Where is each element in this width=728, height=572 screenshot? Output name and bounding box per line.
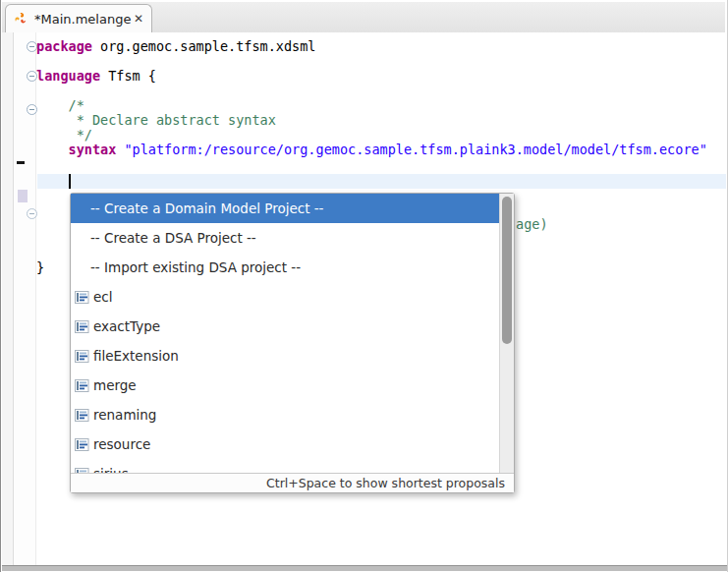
proposal-item[interactable]: exactType [71, 312, 499, 341]
tab-close-icon[interactable]: ✕ [134, 13, 143, 25]
code-line: language Tfsm { [36, 69, 707, 84]
proposal-item[interactable]: -- Create a DSA Project -- [71, 223, 499, 253]
proposal-item[interactable]: -- Create a Domain Model Project -- [71, 194, 499, 223]
proposal-item[interactable]: sirius [71, 459, 499, 473]
code-line [36, 84, 707, 98]
popup-status-bar: Ctrl+Space to show shortest proposals [71, 473, 514, 492]
annotation-ruler [2, 32, 14, 566]
code-line [36, 54, 707, 69]
proposal-label: fileExtension [93, 348, 179, 364]
content-assist-popup: -- Create a Domain Model Project ---- Cr… [70, 193, 515, 493]
keyword-proposal-icon [75, 468, 89, 474]
code-line: /* [36, 98, 707, 113]
keyword-proposal-icon [75, 438, 89, 451]
proposal-label: renaming [93, 407, 156, 423]
proposal-item[interactable]: -- Import existing DSA project -- [71, 253, 499, 282]
code-line [36, 157, 707, 172]
proposal-list[interactable]: -- Create a Domain Model Project ---- Cr… [71, 194, 514, 473]
proposal-item[interactable]: resource [71, 429, 499, 459]
proposal-item[interactable]: fileExtension [71, 341, 499, 371]
tab-bar: *Main.melange ✕ [2, 2, 725, 32]
keyword-proposal-icon [75, 409, 89, 422]
proposal-label: -- Import existing DSA project -- [90, 259, 301, 275]
popup-scrollbar[interactable] [499, 194, 514, 473]
keyword-proposal-icon [75, 350, 89, 363]
range-indicator [18, 190, 28, 202]
code-line: syntax "platform:/resource/org.gemoc.sam… [36, 143, 707, 157]
melange-logo-icon [13, 11, 28, 27]
margin-line-marker [17, 161, 25, 164]
code-line: */ [36, 128, 707, 143]
proposal-label: merge [93, 377, 137, 393]
code-line: * Declare abstract syntax [36, 113, 707, 128]
proposal-label: sirius [93, 466, 129, 473]
code-line: package org.gemoc.sample.tfsm.xdsml [36, 39, 707, 54]
proposal-item[interactable]: ecl [71, 282, 499, 312]
scrollbar-thumb[interactable] [502, 197, 512, 344]
proposal-label: exactType [93, 318, 160, 334]
keyword-proposal-icon [75, 291, 89, 304]
proposal-label: resource [93, 436, 150, 452]
proposal-label: -- Create a DSA Project -- [90, 230, 256, 246]
proposal-item[interactable]: merge [71, 371, 499, 400]
proposal-label: ecl [93, 289, 112, 305]
obscured-comment-fragment: age) [516, 217, 548, 232]
popup-status-text: Ctrl+Space to show shortest proposals [266, 476, 505, 490]
keyword-proposal-icon [75, 320, 89, 333]
tab-title: *Main.melange [34, 12, 131, 27]
proposal-item[interactable]: renaming [71, 400, 499, 429]
horizontal-scrollbar[interactable] [2, 565, 728, 571]
proposal-label: -- Create a Domain Model Project -- [90, 200, 323, 216]
code-line [36, 172, 707, 187]
tab-main-melange[interactable]: *Main.melange ✕ [5, 4, 152, 32]
keyword-proposal-icon [75, 379, 89, 392]
